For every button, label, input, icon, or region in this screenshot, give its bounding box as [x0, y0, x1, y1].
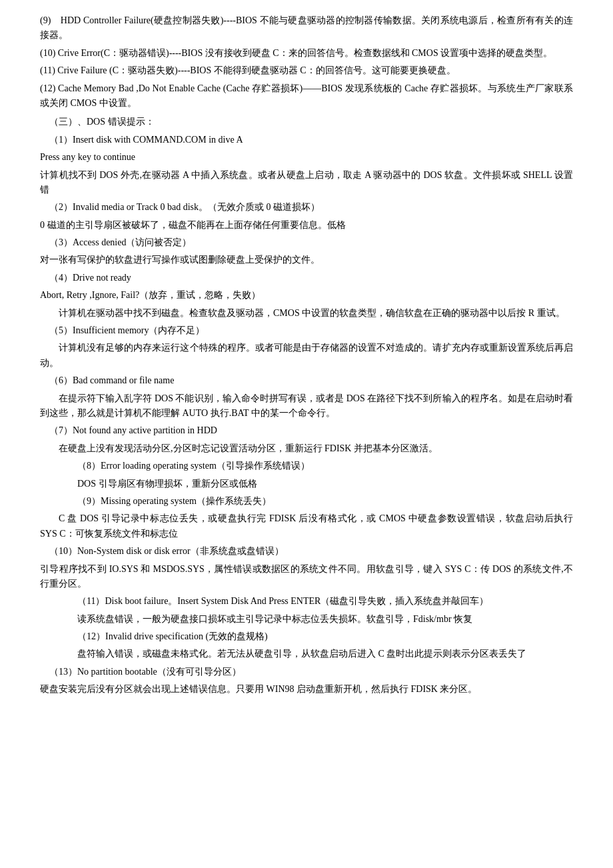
paragraph-p13: （4）Drive not ready — [40, 271, 573, 285]
paragraph-p27: 引导程序找不到 IO.SYS 和 MSDOS.SYS，属性错误或数据区的系统文件… — [40, 562, 573, 592]
paragraph-p18: （6）Bad command or file name — [40, 373, 573, 388]
paragraph-p12: 对一张有写保护的软盘进行写操作或试图删除硬盘上受保护的文件。 — [40, 253, 573, 267]
paragraph-p10: 0 磁道的主引导扇区被破坏了，磁盘不能再在上面存储任何重要信息。低格 — [40, 218, 573, 233]
paragraph-p31: 盘符输入错误，或磁盘未格式化。若无法从硬盘引导，从软盘启动后进入 C 盘时出此提… — [40, 647, 573, 661]
paragraph-p3: (11) Crive Failure (C：驱动器失败)----BIOS 不能得… — [40, 63, 573, 78]
paragraph-p9: （2）Invalid media or Track 0 bad disk。（无效… — [40, 200, 573, 215]
paragraph-p16: （5）Insufficient memory（内存不足） — [40, 323, 573, 338]
paragraph-p29: 读系统盘错误，一般为硬盘接口损坏或主引导记录中标志位丢失损坏。软盘引导，Fdis… — [40, 612, 573, 627]
paragraph-p28: （11）Disk boot failure。Insert System Disk… — [40, 594, 573, 609]
paragraph-p23: DOS 引导扇区有物理损坏，重新分区或低格 — [40, 477, 573, 491]
paragraph-p25: C 盘 DOS 引导记录中标志位丢失，或硬盘执行完 FDISK 后没有格式化，或… — [40, 511, 573, 541]
paragraph-p33: 硬盘安装完后没有分区就会出现上述错误信息。只要用 WIN98 启动盘重新开机，然… — [40, 682, 573, 697]
paragraph-p32: （13）No partition bootable（没有可引导分区） — [40, 665, 573, 679]
paragraph-p17: 计算机没有足够的内存来运行这个特殊的程序。或者可能是由于存储器的设置不对造成的。… — [40, 341, 573, 371]
paragraph-p30: （12）Invalid drive specification (无效的盘规格) — [40, 629, 573, 644]
paragraph-p14: Abort, Retry ,Ignore, Fail?（放弃，重试，忽略，失败） — [40, 288, 573, 303]
paragraph-p2: (10) Crive Error(C：驱动器错误)----BIOS 没有接收到硬… — [40, 46, 573, 61]
paragraph-p5: （三）、DOS 错误提示： — [40, 115, 573, 129]
page-container: (9) HDD Controller Failure(硬盘控制器失败)----B… — [0, 0, 613, 868]
paragraph-p4: (12) Cache Memory Bad ,Do Not Enable Cac… — [40, 81, 573, 111]
content-area: (9) HDD Controller Failure(硬盘控制器失败)----B… — [40, 13, 573, 697]
paragraph-p24: （9）Missing operating system（操作系统丢失） — [40, 494, 573, 509]
paragraph-p15: 计算机在驱动器中找不到磁盘。检查软盘及驱动器，CMOS 中设置的软盘类型，确信软… — [40, 306, 573, 321]
paragraph-p11: （3）Access denied（访问被否定） — [40, 235, 573, 250]
paragraph-p6: （1）Insert disk with COMMAND.COM in dive … — [40, 133, 573, 147]
paragraph-p22: （8）Error loading operating system（引导操作系统… — [40, 459, 573, 473]
paragraph-p1: (9) HDD Controller Failure(硬盘控制器失败)----B… — [40, 13, 573, 43]
paragraph-p21: 在硬盘上没有发现活动分区,分区时忘记设置活动分区，重新运行 FDISK 并把基本… — [40, 441, 573, 456]
paragraph-p19: 在提示符下输入乱字符 DOS 不能识别，输入命令时拼写有误，或者是 DOS 在路… — [40, 391, 573, 421]
paragraph-p20: （7）Not found any active partition in HDD — [40, 423, 573, 438]
paragraph-p7: Press any key to continue — [40, 150, 573, 165]
paragraph-p26: （10）Non-System disk or disk error（非系统盘或盘… — [40, 544, 573, 559]
paragraph-p8: 计算机找不到 DOS 外壳,在驱动器 A 中插入系统盘。或者从硬盘上启动，取走 … — [40, 168, 573, 198]
